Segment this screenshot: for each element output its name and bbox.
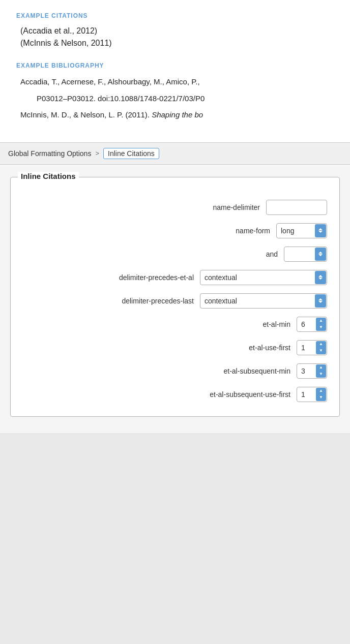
bib-entry-2-plain: McInnis, M. D., & Nelson, L. P. (2011).	[20, 110, 152, 119]
et-al-subsequent-use-first-wrap: ▲ ▼	[297, 387, 327, 402]
field-et-al-subsequent-min: et-al-subsequent-min ▲ ▼	[23, 363, 327, 379]
delimiter-last-select-wrap: contextual always never after-inverted-n…	[200, 293, 327, 309]
et-al-subsequent-min-down[interactable]: ▼	[316, 371, 326, 378]
et-al-subsequent-use-first-down[interactable]: ▼	[316, 394, 326, 401]
label-and: and	[156, 250, 278, 258]
bibliography-entry-1-cont: P03012–P03012. doi:10.1088/1748-0221/7/0…	[16, 93, 334, 105]
et-al-subsequent-min-up[interactable]: ▲	[316, 364, 326, 371]
bibliography-section: EXAMPLE BIBLIOGRAPHY Accadia, T., Acerne…	[16, 62, 334, 121]
delimiter-et-al-select-wrap: contextual always never after-inverted-n…	[200, 270, 327, 285]
fieldset-legend: Inline Citations	[18, 172, 79, 180]
bib-entry-1-text: Accadia, T., Acernese, F., Alshourbagy, …	[20, 77, 200, 86]
citation-1: (Accadia et al., 2012)	[16, 26, 334, 36]
breadcrumb-parent[interactable]: Global Formatting Options	[8, 149, 91, 158]
field-et-al-min: et-al-min ▲ ▼	[23, 317, 327, 332]
inline-citations-fieldset: Inline Citations name-delimiter name-for…	[10, 177, 340, 417]
breadcrumb-separator: >	[95, 149, 99, 157]
breadcrumb-active[interactable]: Inline Citations	[103, 148, 159, 159]
field-delimiter-precedes-last: delimiter-precedes-last contextual alway…	[23, 293, 327, 309]
example-citations-heading: EXAMPLE CITATIONS	[16, 12, 334, 19]
field-and: and text symbol	[23, 247, 327, 262]
label-delimiter-precedes-et-al: delimiter-precedes-et-al	[72, 273, 194, 282]
et-al-min-down[interactable]: ▼	[316, 324, 326, 331]
and-select-wrap: text symbol	[284, 247, 327, 262]
citation-2: (McInnis & Nelson, 2011)	[16, 39, 334, 48]
example-bibliography-heading: EXAMPLE BIBLIOGRAPHY	[16, 62, 334, 69]
main-content: Inline Citations name-delimiter name-for…	[0, 165, 350, 433]
control-et-al-min: ▲ ▼	[297, 317, 327, 332]
label-et-al-subsequent-use-first: et-al-subsequent-use-first	[168, 390, 290, 398]
delimiter-et-al-select[interactable]: contextual always never after-inverted-n…	[200, 270, 327, 285]
control-et-al-subsequent-use-first: ▲ ▼	[297, 387, 327, 402]
name-delimiter-input[interactable]	[266, 200, 327, 215]
et-al-use-first-down[interactable]: ▼	[316, 348, 326, 354]
field-name-form: name-form long short	[23, 223, 327, 238]
field-et-al-subsequent-use-first: et-al-subsequent-use-first ▲ ▼	[23, 387, 327, 402]
top-panel: EXAMPLE CITATIONS (Accadia et al., 2012)…	[0, 0, 350, 143]
et-al-use-first-stepper[interactable]: ▲ ▼	[316, 341, 326, 354]
et-al-min-stepper[interactable]: ▲ ▼	[316, 318, 326, 331]
name-delimiter-wrap	[266, 200, 327, 215]
label-name-form: name-form	[148, 227, 270, 235]
et-al-use-first-up[interactable]: ▲	[316, 341, 326, 348]
field-et-al-use-first: et-al-use-first ▲ ▼	[23, 340, 327, 355]
name-form-select[interactable]: long short	[276, 223, 327, 238]
et-al-min-wrap: ▲ ▼	[297, 317, 327, 332]
label-et-al-use-first: et-al-use-first	[168, 344, 290, 352]
et-al-subsequent-min-wrap: ▲ ▼	[297, 363, 327, 379]
delimiter-last-select[interactable]: contextual always never after-inverted-n…	[200, 293, 327, 309]
field-name-delimiter: name-delimiter	[23, 200, 327, 215]
bibliography-entry-1: Accadia, T., Acernese, F., Alshourbagy, …	[16, 76, 334, 88]
et-al-use-first-wrap: ▲ ▼	[297, 340, 327, 355]
label-et-al-min: et-al-min	[168, 320, 290, 328]
field-delimiter-precedes-et-al: delimiter-precedes-et-al contextual alwa…	[23, 270, 327, 285]
label-delimiter-precedes-last: delimiter-precedes-last	[72, 297, 194, 305]
bib-entry-1-suffix: P03012–P03012. doi:10.1088/1748-0221/7/0…	[37, 94, 205, 103]
et-al-subsequent-use-first-stepper[interactable]: ▲ ▼	[316, 388, 326, 401]
name-form-select-wrap: long short	[276, 223, 327, 238]
bibliography-entry-2: McInnis, M. D., & Nelson, L. P. (2011). …	[16, 109, 334, 121]
label-et-al-subsequent-min: et-al-subsequent-min	[168, 367, 290, 375]
label-name-delimiter: name-delimiter	[138, 203, 260, 211]
control-et-al-subsequent-min: ▲ ▼	[297, 363, 327, 379]
breadcrumb-bar: Global Formatting Options > Inline Citat…	[0, 143, 350, 165]
et-al-subsequent-use-first-up[interactable]: ▲	[316, 388, 326, 394]
control-name-form: long short	[276, 223, 327, 238]
bib-entry-2-italic: Shaping the bo	[152, 110, 203, 119]
control-delimiter-precedes-last: contextual always never after-inverted-n…	[200, 293, 327, 309]
control-et-al-use-first: ▲ ▼	[297, 340, 327, 355]
et-al-min-up[interactable]: ▲	[316, 318, 326, 324]
control-delimiter-precedes-et-al: contextual always never after-inverted-n…	[200, 270, 327, 285]
et-al-subsequent-min-stepper[interactable]: ▲ ▼	[316, 364, 326, 378]
control-and: text symbol	[284, 247, 327, 262]
control-name-delimiter	[266, 200, 327, 215]
and-select[interactable]: text symbol	[284, 247, 327, 262]
